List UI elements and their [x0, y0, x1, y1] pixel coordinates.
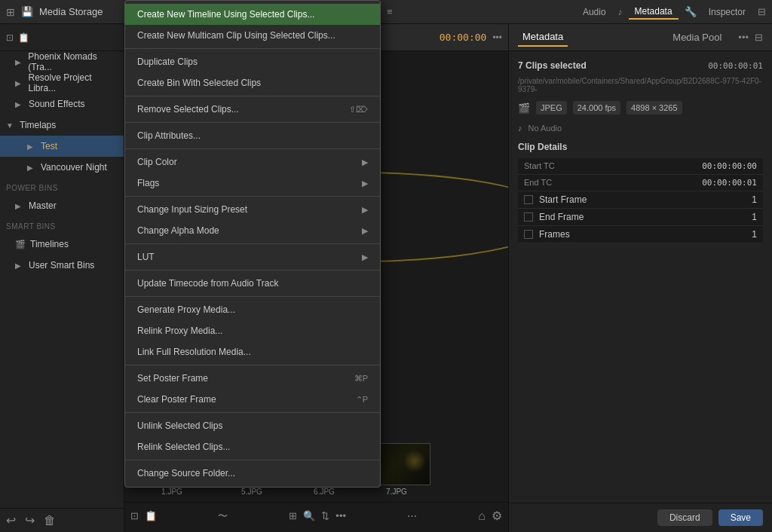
rp-collapse-icon[interactable]: ⊟ [755, 32, 763, 43]
ctx-label: Clip Color [137, 157, 177, 167]
ctx-sep-1 [125, 48, 380, 49]
end-frame-checkbox[interactable] [524, 212, 533, 222]
undo-icon[interactable]: ↩ [6, 513, 16, 527]
ctx-label: Create New Timeline Using Selected Clips… [137, 9, 314, 20]
sidebar-items-list: ▶ Phoenix Nomads (Tra... ▶ Resolve Proje… [0, 51, 124, 508]
ctx-lut[interactable]: LUT ▶ [125, 246, 380, 268]
sidebar-item-user-smart-bins[interactable]: ▶ User Smart Bins [0, 255, 124, 276]
ctx-label: Set Poster Frame [137, 373, 208, 384]
arrow-icon: ▶ [15, 202, 24, 210]
ctx-link-full-res[interactable]: Link Full Resolution Media... [125, 341, 380, 362]
metadata-tab[interactable]: Metadata [629, 5, 679, 20]
codec-badge: JPEG [536, 101, 567, 115]
sidebar-panel-icon[interactable]: ⊡ [6, 32, 14, 43]
app-grid-icon[interactable]: ⊞ [6, 6, 15, 18]
ctx-relink-selected[interactable]: Relink Selected Clips... [125, 436, 380, 457]
ctx-sep-4 [125, 148, 380, 149]
audio-tab[interactable]: Audio [577, 5, 612, 19]
video-icon: 🎬 [518, 102, 530, 114]
overflow-icon-bottom[interactable]: ••• [335, 510, 346, 521]
ctx-generate-proxy[interactable]: Generate Proxy Media... [125, 299, 380, 320]
detail-row-end-frame: End Frame 1 [518, 209, 763, 226]
right-panel-header: Metadata Media Pool ••• ⊟ [509, 24, 772, 51]
ctx-create-bin[interactable]: Create Bin With Selected Clips [125, 72, 380, 93]
inspector-tab[interactable]: Inspector [703, 5, 752, 19]
thumb-label-7: 7.JPG [386, 488, 407, 496]
media-storage-icon: 💾 [21, 6, 33, 17]
sidebar-item-timelaps-group[interactable]: ▼ Timelaps [0, 115, 124, 136]
clips-timecode: 00:00:00:01 [708, 61, 763, 71]
home-icon[interactable]: ⌂ [478, 509, 486, 523]
metadata-tab-btn[interactable]: Metadata [518, 28, 568, 47]
ctx-duplicate[interactable]: Duplicate Clips [125, 51, 380, 72]
detail-row-start-tc: Start TC 00:00:00:00 [518, 158, 763, 175]
sidebar-item-sound-effects[interactable]: ▶ Sound Effects [0, 93, 124, 115]
rp-dots-icon[interactable]: ••• [738, 32, 749, 43]
search-icon[interactable]: 🔍 [303, 510, 315, 521]
ctx-remove-clips[interactable]: Remove Selected Clips... ⇧⌦ [125, 99, 380, 120]
sidebar-item-phoenix[interactable]: ▶ Phoenix Nomads (Tra... [0, 51, 124, 72]
bottom-toolbar: ⊡ 📋 〜 ⊞ 🔍 ⇅ ••• ⋯ ⌂ ⚙ [124, 502, 508, 529]
ctx-unlink-clips[interactable]: Unlink Selected Clips [125, 415, 380, 436]
ctx-set-poster[interactable]: Set Poster Frame ⌘P [125, 368, 380, 389]
sidebar-item-timelines[interactable]: 🎬 Timelines [0, 234, 124, 255]
ctx-label: Unlink Selected Clips [137, 420, 222, 431]
ctx-change-alpha[interactable]: Change Alpha Mode ▶ [125, 220, 380, 241]
ctx-label: Clear Poster Frame [137, 394, 216, 405]
sidebar-label: User Smart Bins [29, 260, 94, 271]
trash-icon[interactable]: 🗑 [44, 514, 56, 527]
ctx-label: Clip Attributes... [137, 130, 201, 141]
thumb-label-1: 1.JPG [161, 488, 182, 496]
ctx-create-timeline[interactable]: Create New Timeline Using Selected Clips… [125, 4, 380, 25]
sidebar-label: Timelines [30, 239, 69, 249]
overflow-dots[interactable]: ••• [492, 32, 502, 43]
ctx-clip-color[interactable]: Clip Color ▶ [125, 151, 380, 173]
ctx-label: Create New Multicam Clip Using Selected … [137, 30, 335, 41]
media-pool-tab-btn[interactable]: Media Pool [668, 29, 726, 46]
list-view-icon[interactable]: ≡ [387, 6, 393, 17]
ctx-change-sizing[interactable]: Change Input Sizing Preset ▶ [125, 199, 380, 220]
ctx-create-multicam[interactable]: Create New Multicam Clip Using Selected … [125, 25, 380, 46]
sidebar-header: ⊡ 📋 [0, 24, 124, 51]
frames-checkbox[interactable] [524, 230, 533, 239]
sidebar-item-vancouver[interactable]: ▶ Vancouver Night [0, 157, 124, 178]
sort-icon-bottom[interactable]: ⇅ [321, 510, 329, 521]
ctx-label: Duplicate Clips [137, 57, 198, 67]
clip-details-title: Clip Details [518, 142, 763, 152]
arrow-icon: ▶ [27, 142, 36, 151]
ctx-label: Create Bin With Selected Clips [137, 78, 261, 88]
ctx-label: Change Alpha Mode [137, 225, 219, 236]
sidebar-item-resolve[interactable]: ▶ Resolve Project Libra... [0, 72, 124, 93]
ctx-sep-9 [125, 365, 380, 365]
grid-icon-bottom[interactable]: ⊞ [289, 510, 297, 521]
dots-icon-bottom[interactable]: ⋯ [407, 510, 417, 521]
clip-details-table: Start TC 00:00:00:00 End TC 00:00:00:01 … [518, 158, 763, 243]
sidebar-item-test[interactable]: ▶ Test [0, 136, 124, 157]
ctx-relink-proxy[interactable]: Relink Proxy Media... [125, 320, 380, 341]
settings-icon[interactable]: ⚙ [492, 509, 502, 523]
ctx-label: Change Source Folder... [137, 468, 235, 478]
waveform-icon[interactable]: 〜 [218, 509, 228, 523]
ctx-label: LUT [137, 252, 155, 262]
redo-icon[interactable]: ↪ [25, 513, 35, 527]
expand-icon[interactable]: ⊟ [758, 6, 766, 17]
sidebar-clip-icon[interactable]: 📋 [18, 32, 29, 43]
layout-toggle-icon[interactable]: ⊡ [130, 510, 139, 521]
arrow-icon: ▶ [15, 261, 24, 270]
ctx-update-timecode[interactable]: Update Timecode from Audio Track [125, 273, 380, 294]
ctx-flags[interactable]: Flags ▶ [125, 173, 380, 194]
sidebar-label: Timelaps [20, 120, 56, 130]
ctx-change-source-folder[interactable]: Change Source Folder... [125, 463, 380, 484]
ctx-clip-attributes[interactable]: Clip Attributes... [125, 125, 380, 146]
audio-specs-row: ♪ No Audio [518, 124, 763, 133]
ctx-submenu-arrow: ▶ [362, 252, 368, 262]
ctx-clear-poster[interactable]: Clear Poster Frame ⌃P [125, 389, 380, 410]
sidebar-item-master-power[interactable]: ▶ Master [0, 195, 124, 216]
detail-row-start-frame: Start Frame 1 [518, 191, 763, 209]
top-bar: ⊞ 💾 Media Storage ⊡ Test ● ⇅ ⊞ ≡ Audio ♪… [0, 0, 772, 24]
clip-tool-icon[interactable]: 📋 [145, 510, 157, 521]
ctx-sep-7 [125, 270, 380, 271]
save-button[interactable]: Save [718, 509, 763, 526]
start-frame-checkbox[interactable] [524, 195, 533, 204]
discard-button[interactable]: Discard [657, 509, 712, 526]
